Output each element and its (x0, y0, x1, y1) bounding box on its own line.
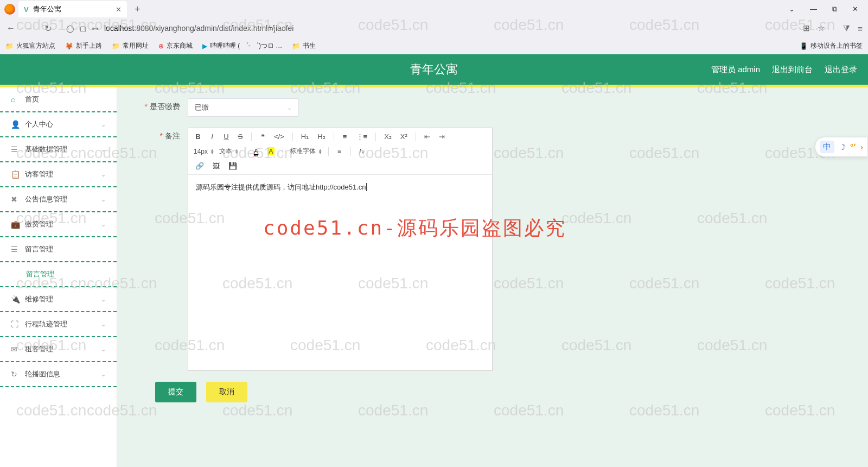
rich-text-editor: B I U S ❝ </> H₁ H₂ ≡ ⋮≡ X₂ (188, 128, 493, 371)
bookmark-item[interactable]: 📁火狐官方站点 (5, 41, 55, 51)
sidebar-item-payment[interactable]: 💼缴费管理⌄ (0, 212, 117, 237)
admin-label[interactable]: 管理员 admin (711, 65, 760, 75)
logout-button[interactable]: 退出登录 (825, 65, 857, 75)
url-field[interactable]: ◯ ▢ ⊶ localhost:8080/xiyanghong/admin/di… (61, 22, 795, 35)
italic-button[interactable]: I (208, 131, 216, 142)
align-button[interactable]: ≡ (335, 146, 344, 156)
sidebar-item-repair[interactable]: 🔌维修管理⌄ (0, 287, 117, 312)
bookmark-item[interactable]: ▶哔哩哔哩 ( ゜- ゜)つロ … (202, 41, 282, 51)
back-to-front-button[interactable]: 退出到前台 (772, 65, 813, 75)
paid-select[interactable]: 已缴 ⌄ (188, 98, 299, 117)
ol-button[interactable]: ≡ (341, 131, 349, 142)
shield-icon[interactable]: ◯ (66, 24, 74, 33)
sidebar-item-tenant[interactable]: ✉租客管理⌄ (0, 337, 117, 362)
plug-icon: 🔌 (11, 295, 20, 304)
nav-reload-icon[interactable]: ↻ (42, 23, 53, 34)
sidebar-item-carousel[interactable]: ↻轮播图信息⌄ (0, 362, 117, 387)
subscript-button[interactable]: X₂ (382, 131, 393, 142)
briefcase-icon: 💼 (11, 220, 20, 229)
connection-icon[interactable]: ⊶ (92, 24, 99, 33)
ul-button[interactable]: ⋮≡ (355, 131, 369, 142)
form-row-remark: *备注 B I U S ❝ </> H₁ H₂ ≡ (139, 128, 846, 371)
bgcolor-button[interactable]: A (266, 146, 276, 156)
sidebar-item-notice[interactable]: ✖公告信息管理⌄ (0, 187, 117, 212)
moon-icon[interactable]: ☽ (839, 142, 846, 152)
bookmark-item[interactable]: 📁书生 (292, 41, 316, 51)
browser-chrome: V 青年公寓 ✕ + ⌄ — ⧉ ✕ ← → ↻ ◯ ▢ ⊶ localhost… (0, 0, 868, 54)
nav-back-icon[interactable]: ← (5, 23, 16, 33)
app-header: 青年公寓 管理员 admin 退出到前台 退出登录 (0, 54, 868, 85)
bookmarks-bar: 📁火狐官方站点 🦊新手上路 📁常用网址 ⊕京东商城 ▶哔哩哔哩 ( ゜- ゜)つ… (0, 38, 868, 54)
app-root: 青年公寓 管理员 admin 退出到前台 退出登录 ⌂首页 👤个人中心⌄ ☰基础… (0, 54, 868, 467)
style-select[interactable]: 文本▴▾ (219, 147, 238, 156)
sidebar-item-profile[interactable]: 👤个人中心⌄ (0, 112, 117, 137)
submit-button[interactable]: 提交 (155, 382, 196, 402)
editor-content: 源码乐园专注提供优质源码，访问地址http://code51.cn (196, 183, 366, 191)
clearformat-button[interactable]: Iₓ (358, 146, 366, 156)
quote-icon[interactable]: °ʼ (850, 142, 856, 152)
h1-button[interactable]: H₁ (299, 131, 310, 142)
ime-widget[interactable]: 中 ☽ °ʼ › (815, 137, 868, 157)
sidebar-item-message[interactable]: ☰留言管理 (0, 237, 117, 262)
extensions-icon[interactable]: ⧩ (843, 23, 850, 33)
indent-button[interactable]: ⇥ (437, 131, 446, 142)
link-button[interactable]: 🔗 (194, 161, 206, 171)
window-close-icon[interactable]: ✕ (852, 5, 858, 14)
bilibili-icon: ▶ (202, 42, 207, 50)
sidebar-item-visitor[interactable]: 📋访客管理⌄ (0, 162, 117, 187)
chevron-down-icon: ⌄ (101, 296, 106, 303)
qr-icon[interactable]: ⊞ (803, 23, 810, 33)
fontsize-select[interactable]: 14px▴▾ (194, 148, 214, 155)
address-bar: ← → ↻ ◯ ▢ ⊶ localhost:8080/xiyanghong/ad… (0, 18, 868, 38)
outdent-button[interactable]: ⇤ (423, 131, 432, 142)
firefox-icon: 🦊 (65, 42, 73, 50)
sidebar-subitem-message[interactable]: 留言管理 (0, 262, 117, 287)
bookmark-item[interactable]: ⊕京东商城 (158, 41, 193, 51)
sidebar-item-track[interactable]: ⛶行程轨迹管理⌄ (0, 312, 117, 337)
new-tab-button[interactable]: + (130, 4, 145, 15)
nav-forward-icon[interactable]: → (24, 23, 35, 33)
bookmark-item[interactable]: 🦊新手上路 (65, 41, 102, 51)
image-button[interactable]: 🖼 (211, 161, 221, 171)
strike-button[interactable]: S (236, 131, 245, 142)
editor-toolbar: B I U S ❝ </> H₁ H₂ ≡ ⋮≡ X₂ (188, 128, 492, 175)
chevron-down-icon: ⌄ (101, 146, 106, 153)
jd-icon: ⊕ (158, 42, 164, 50)
expand-arrow-icon[interactable]: › (860, 142, 863, 152)
browser-tab[interactable]: V 青年公寓 ✕ (18, 1, 127, 17)
firefox-logo-icon (4, 4, 15, 15)
cancel-button[interactable]: 取消 (206, 382, 247, 402)
permissions-icon[interactable]: ▢ (80, 24, 86, 33)
chevron-down-icon: ⌄ (101, 371, 106, 378)
superscript-button[interactable]: X² (399, 131, 409, 142)
sidebar-item-home[interactable]: ⌂首页 (0, 87, 117, 112)
tab-close-icon[interactable]: ✕ (116, 5, 122, 14)
mobile-icon: 📱 (800, 42, 808, 50)
quote-button[interactable]: ❝ (258, 131, 267, 142)
tab-title: 青年公寓 (33, 4, 61, 14)
bookmark-item[interactable]: 📁常用网址 (112, 41, 149, 51)
ime-lang-button[interactable]: 中 (820, 141, 834, 153)
window-minimize-icon[interactable]: — (810, 5, 817, 14)
select-value: 已缴 (195, 103, 209, 112)
sidebar-item-basedata[interactable]: ☰基础数据管理⌄ (0, 137, 117, 162)
underline-button[interactable]: U (222, 131, 231, 142)
app-menu-icon[interactable]: ≡ (858, 24, 863, 33)
textcolor-button[interactable]: A (252, 146, 260, 156)
editor-textarea[interactable]: 源码乐园专注提供优质源码，访问地址http://code51.cn (188, 175, 492, 370)
folder-icon: 📁 (5, 42, 14, 50)
user-icon: 👤 (11, 120, 20, 129)
mobile-bookmarks[interactable]: 📱移动设备上的书签 (800, 41, 863, 51)
url-text: localhost:8080/xiyanghong/admin/dist/ind… (104, 24, 293, 33)
fontfamily-select[interactable]: 标准字体▴▾ (290, 147, 322, 156)
refresh-icon: ↻ (11, 370, 20, 378)
h2-button[interactable]: H₂ (316, 131, 327, 142)
window-dropdown-icon[interactable]: ⌄ (789, 5, 795, 14)
bold-button[interactable]: B (194, 131, 202, 142)
close-square-icon: ✖ (11, 195, 20, 204)
window-maximize-icon[interactable]: ⧉ (832, 5, 837, 14)
code-button[interactable]: </> (272, 131, 286, 142)
vue-icon: V (24, 5, 29, 14)
save-button[interactable]: 💾 (227, 161, 239, 171)
bookmark-star-icon[interactable]: ☆ (818, 23, 825, 33)
